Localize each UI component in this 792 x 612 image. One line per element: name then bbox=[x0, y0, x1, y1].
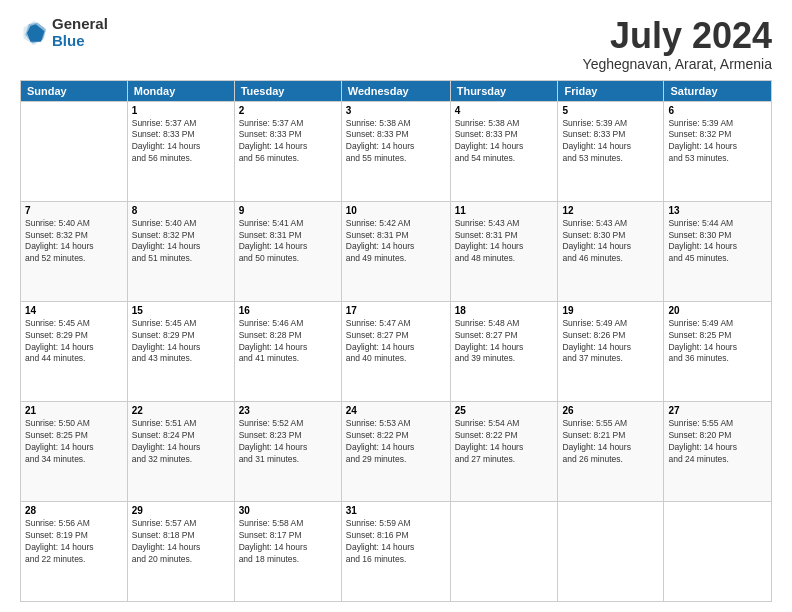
day-number: 31 bbox=[346, 505, 446, 516]
day-cell: 3Sunrise: 5:38 AM Sunset: 8:33 PM Daylig… bbox=[341, 101, 450, 201]
day-info: Sunrise: 5:44 AM Sunset: 8:30 PM Dayligh… bbox=[668, 218, 767, 266]
day-cell: 18Sunrise: 5:48 AM Sunset: 8:27 PM Dayli… bbox=[450, 301, 558, 401]
day-number: 28 bbox=[25, 505, 123, 516]
day-number: 6 bbox=[668, 105, 767, 116]
header: General Blue July 2024 Yeghegnavan, Arar… bbox=[20, 16, 772, 72]
day-info: Sunrise: 5:37 AM Sunset: 8:33 PM Dayligh… bbox=[239, 118, 337, 166]
day-cell: 25Sunrise: 5:54 AM Sunset: 8:22 PM Dayli… bbox=[450, 401, 558, 501]
day-cell: 11Sunrise: 5:43 AM Sunset: 8:31 PM Dayli… bbox=[450, 201, 558, 301]
logo-general: General bbox=[52, 16, 108, 33]
day-cell: 12Sunrise: 5:43 AM Sunset: 8:30 PM Dayli… bbox=[558, 201, 664, 301]
day-number: 21 bbox=[25, 405, 123, 416]
day-number: 12 bbox=[562, 205, 659, 216]
day-cell: 6Sunrise: 5:39 AM Sunset: 8:32 PM Daylig… bbox=[664, 101, 772, 201]
day-cell: 24Sunrise: 5:53 AM Sunset: 8:22 PM Dayli… bbox=[341, 401, 450, 501]
day-cell bbox=[450, 501, 558, 601]
day-cell: 16Sunrise: 5:46 AM Sunset: 8:28 PM Dayli… bbox=[234, 301, 341, 401]
day-number: 11 bbox=[455, 205, 554, 216]
day-cell bbox=[558, 501, 664, 601]
col-wednesday: Wednesday bbox=[341, 80, 450, 101]
day-info: Sunrise: 5:38 AM Sunset: 8:33 PM Dayligh… bbox=[346, 118, 446, 166]
day-info: Sunrise: 5:39 AM Sunset: 8:33 PM Dayligh… bbox=[562, 118, 659, 166]
day-cell: 2Sunrise: 5:37 AM Sunset: 8:33 PM Daylig… bbox=[234, 101, 341, 201]
month-title: July 2024 bbox=[583, 16, 772, 56]
day-number: 25 bbox=[455, 405, 554, 416]
day-cell: 10Sunrise: 5:42 AM Sunset: 8:31 PM Dayli… bbox=[341, 201, 450, 301]
day-cell: 21Sunrise: 5:50 AM Sunset: 8:25 PM Dayli… bbox=[21, 401, 128, 501]
calendar-table: Sunday Monday Tuesday Wednesday Thursday… bbox=[20, 80, 772, 602]
day-number: 9 bbox=[239, 205, 337, 216]
col-saturday: Saturday bbox=[664, 80, 772, 101]
day-number: 2 bbox=[239, 105, 337, 116]
day-cell: 26Sunrise: 5:55 AM Sunset: 8:21 PM Dayli… bbox=[558, 401, 664, 501]
day-number: 4 bbox=[455, 105, 554, 116]
day-number: 3 bbox=[346, 105, 446, 116]
logo-icon bbox=[20, 19, 48, 47]
day-info: Sunrise: 5:45 AM Sunset: 8:29 PM Dayligh… bbox=[132, 318, 230, 366]
day-number: 27 bbox=[668, 405, 767, 416]
col-monday: Monday bbox=[127, 80, 234, 101]
day-info: Sunrise: 5:50 AM Sunset: 8:25 PM Dayligh… bbox=[25, 418, 123, 466]
day-info: Sunrise: 5:53 AM Sunset: 8:22 PM Dayligh… bbox=[346, 418, 446, 466]
col-tuesday: Tuesday bbox=[234, 80, 341, 101]
day-cell bbox=[664, 501, 772, 601]
day-cell: 22Sunrise: 5:51 AM Sunset: 8:24 PM Dayli… bbox=[127, 401, 234, 501]
day-number: 14 bbox=[25, 305, 123, 316]
day-cell: 7Sunrise: 5:40 AM Sunset: 8:32 PM Daylig… bbox=[21, 201, 128, 301]
day-cell: 1Sunrise: 5:37 AM Sunset: 8:33 PM Daylig… bbox=[127, 101, 234, 201]
day-info: Sunrise: 5:52 AM Sunset: 8:23 PM Dayligh… bbox=[239, 418, 337, 466]
day-number: 17 bbox=[346, 305, 446, 316]
day-info: Sunrise: 5:51 AM Sunset: 8:24 PM Dayligh… bbox=[132, 418, 230, 466]
day-number: 19 bbox=[562, 305, 659, 316]
day-cell: 8Sunrise: 5:40 AM Sunset: 8:32 PM Daylig… bbox=[127, 201, 234, 301]
day-cell: 15Sunrise: 5:45 AM Sunset: 8:29 PM Dayli… bbox=[127, 301, 234, 401]
day-info: Sunrise: 5:40 AM Sunset: 8:32 PM Dayligh… bbox=[132, 218, 230, 266]
day-info: Sunrise: 5:49 AM Sunset: 8:26 PM Dayligh… bbox=[562, 318, 659, 366]
week-row-3: 14Sunrise: 5:45 AM Sunset: 8:29 PM Dayli… bbox=[21, 301, 772, 401]
day-cell: 13Sunrise: 5:44 AM Sunset: 8:30 PM Dayli… bbox=[664, 201, 772, 301]
day-number: 16 bbox=[239, 305, 337, 316]
day-number: 8 bbox=[132, 205, 230, 216]
day-number: 26 bbox=[562, 405, 659, 416]
day-number: 10 bbox=[346, 205, 446, 216]
day-info: Sunrise: 5:59 AM Sunset: 8:16 PM Dayligh… bbox=[346, 518, 446, 566]
week-row-4: 21Sunrise: 5:50 AM Sunset: 8:25 PM Dayli… bbox=[21, 401, 772, 501]
week-row-2: 7Sunrise: 5:40 AM Sunset: 8:32 PM Daylig… bbox=[21, 201, 772, 301]
day-info: Sunrise: 5:41 AM Sunset: 8:31 PM Dayligh… bbox=[239, 218, 337, 266]
day-info: Sunrise: 5:43 AM Sunset: 8:30 PM Dayligh… bbox=[562, 218, 659, 266]
day-cell bbox=[21, 101, 128, 201]
day-info: Sunrise: 5:46 AM Sunset: 8:28 PM Dayligh… bbox=[239, 318, 337, 366]
day-cell: 29Sunrise: 5:57 AM Sunset: 8:18 PM Dayli… bbox=[127, 501, 234, 601]
day-cell: 27Sunrise: 5:55 AM Sunset: 8:20 PM Dayli… bbox=[664, 401, 772, 501]
day-cell: 20Sunrise: 5:49 AM Sunset: 8:25 PM Dayli… bbox=[664, 301, 772, 401]
day-info: Sunrise: 5:55 AM Sunset: 8:20 PM Dayligh… bbox=[668, 418, 767, 466]
day-number: 13 bbox=[668, 205, 767, 216]
day-info: Sunrise: 5:57 AM Sunset: 8:18 PM Dayligh… bbox=[132, 518, 230, 566]
day-info: Sunrise: 5:39 AM Sunset: 8:32 PM Dayligh… bbox=[668, 118, 767, 166]
col-friday: Friday bbox=[558, 80, 664, 101]
day-info: Sunrise: 5:42 AM Sunset: 8:31 PM Dayligh… bbox=[346, 218, 446, 266]
day-info: Sunrise: 5:47 AM Sunset: 8:27 PM Dayligh… bbox=[346, 318, 446, 366]
day-number: 18 bbox=[455, 305, 554, 316]
day-cell: 14Sunrise: 5:45 AM Sunset: 8:29 PM Dayli… bbox=[21, 301, 128, 401]
day-number: 15 bbox=[132, 305, 230, 316]
day-number: 22 bbox=[132, 405, 230, 416]
day-cell: 30Sunrise: 5:58 AM Sunset: 8:17 PM Dayli… bbox=[234, 501, 341, 601]
day-number: 1 bbox=[132, 105, 230, 116]
day-cell: 31Sunrise: 5:59 AM Sunset: 8:16 PM Dayli… bbox=[341, 501, 450, 601]
day-info: Sunrise: 5:55 AM Sunset: 8:21 PM Dayligh… bbox=[562, 418, 659, 466]
logo: General Blue bbox=[20, 16, 108, 49]
logo-text: General Blue bbox=[52, 16, 108, 49]
day-number: 29 bbox=[132, 505, 230, 516]
day-number: 20 bbox=[668, 305, 767, 316]
day-cell: 28Sunrise: 5:56 AM Sunset: 8:19 PM Dayli… bbox=[21, 501, 128, 601]
day-info: Sunrise: 5:54 AM Sunset: 8:22 PM Dayligh… bbox=[455, 418, 554, 466]
day-number: 7 bbox=[25, 205, 123, 216]
day-cell: 19Sunrise: 5:49 AM Sunset: 8:26 PM Dayli… bbox=[558, 301, 664, 401]
day-info: Sunrise: 5:40 AM Sunset: 8:32 PM Dayligh… bbox=[25, 218, 123, 266]
day-info: Sunrise: 5:48 AM Sunset: 8:27 PM Dayligh… bbox=[455, 318, 554, 366]
day-info: Sunrise: 5:37 AM Sunset: 8:33 PM Dayligh… bbox=[132, 118, 230, 166]
week-row-5: 28Sunrise: 5:56 AM Sunset: 8:19 PM Dayli… bbox=[21, 501, 772, 601]
logo-blue: Blue bbox=[52, 33, 108, 50]
day-cell: 5Sunrise: 5:39 AM Sunset: 8:33 PM Daylig… bbox=[558, 101, 664, 201]
